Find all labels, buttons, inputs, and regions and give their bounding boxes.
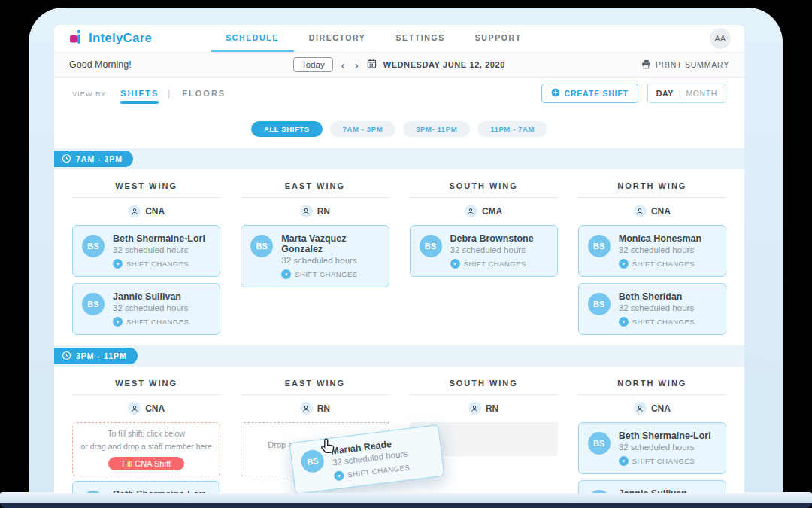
staff-avatar: BS (82, 293, 105, 315)
day-option[interactable]: DAY (656, 89, 674, 98)
chevron-down-icon: ▾ (334, 470, 344, 481)
staff-avatar: BS (588, 293, 611, 315)
shift-changes-toggle[interactable]: ▾SHIFT CHANGES (113, 259, 205, 269)
nav-tab-support[interactable]: SUPPORT (460, 25, 537, 52)
create-shift-button[interactable]: CREATE SHIFT (541, 84, 638, 103)
shift-filters: ALL SHIFTS 7AM - 3PM 3PM- 11PM 11PM - 7A… (54, 109, 744, 148)
view-tab-floors[interactable]: FLOORS (182, 89, 226, 98)
shift-changes-toggle[interactable]: ▾SHIFT CHANGES (619, 456, 711, 466)
nav-tab-directory[interactable]: DIRECTORY (294, 25, 381, 52)
stage: IntelyCare SCHEDULE DIRECTORY SETTINGS S… (0, 0, 812, 508)
month-option[interactable]: MONTH (686, 89, 718, 98)
shift-changes-label: SHIFT CHANGES (464, 260, 526, 268)
wing-column: EAST WINGRNBSMarta Vazquez Gonzalez32 sc… (241, 177, 389, 341)
chevron-down-icon: ▾ (113, 317, 123, 327)
shift-changes-label: SHIFT CHANGES (347, 463, 411, 479)
scheduled-hours: 32 scheduled hours (281, 256, 379, 265)
shift-changes-label: SHIFT CHANGES (632, 260, 695, 268)
fill-shift-button[interactable]: Fill CNA Shift (108, 457, 184, 470)
person-icon (465, 205, 477, 217)
staff-card[interactable]: BSBeth Sheridan32 scheduled hours▾SHIFT … (578, 283, 726, 335)
toolbar-right: CREATE SHIFT DAY | MONTH (541, 84, 727, 103)
role-label: CMA (410, 198, 558, 225)
fill-prompt-line: or drag and drop a staff member here (80, 441, 211, 452)
nav-tab-settings[interactable]: SETTINGS (380, 25, 459, 52)
shift-changes-toggle[interactable]: ▾SHIFT CHANGES (619, 259, 701, 269)
filter-7am-3pm[interactable]: 7AM - 3PM (330, 121, 395, 137)
today-button[interactable]: Today (293, 57, 333, 72)
role-name: CNA (145, 403, 165, 414)
role-label: RN (410, 395, 558, 422)
wing-column: NORTH WINGCNABSMonica Honesman32 schedul… (578, 177, 726, 341)
time-badge: 7AM - 3PM (54, 151, 133, 167)
staff-card[interactable]: BSMonica Honesman32 scheduled hours▾SHIF… (578, 225, 726, 277)
view-tab-shifts[interactable]: SHIFTS (120, 89, 159, 98)
shift-changes-label: SHIFT CHANGES (632, 457, 695, 465)
role-label: RN (241, 395, 389, 422)
print-summary-button[interactable]: PRINT SUMMARY (641, 59, 729, 71)
shift-changes-toggle[interactable]: ▾SHIFT CHANGES (113, 317, 189, 327)
brand-name: IntelyCare (89, 31, 152, 46)
staff-card[interactable]: BSJannie Sullivan32 scheduled hours▾SHIF… (72, 283, 220, 335)
filter-3pm-11pm[interactable]: 3PM- 11PM (403, 121, 470, 137)
shift-changes-toggle[interactable]: ▾SHIFT CHANGES (619, 317, 695, 327)
next-day-icon[interactable]: › (353, 59, 360, 71)
calendar-icon[interactable] (367, 58, 377, 71)
nav-tab-schedule[interactable]: SCHEDULE (211, 25, 294, 52)
user-avatar[interactable]: AA (710, 28, 731, 49)
greeting-text: Good Morning! (69, 59, 132, 70)
staff-card-body: Debra Brownstone32 scheduled hours▾SHIFT… (450, 233, 534, 269)
time-band: 7AM - 3PM (54, 148, 744, 169)
staff-card[interactable]: BSJannie Sullivan32 scheduled hours▾SHIF… (578, 480, 726, 493)
staff-name: Beth Shermaine-Lori (113, 489, 205, 493)
hand-cursor-icon (319, 437, 338, 460)
staff-card[interactable]: BSBeth Shermaine-Lori32 scheduled hours▾… (578, 422, 726, 474)
laptop-base-edge (0, 503, 812, 508)
shift-changes-toggle[interactable]: ▾SHIFT CHANGES (450, 259, 534, 269)
staff-name: Marta Vazquez Gonzalez (281, 233, 379, 254)
person-icon (300, 402, 313, 415)
shift-changes-label: SHIFT CHANGES (126, 318, 189, 326)
staff-name: Jannie Sullivan (113, 291, 189, 302)
plus-circle-icon (551, 88, 560, 99)
role-label: CNA (72, 395, 220, 422)
staff-card[interactable]: BSDebra Brownstone32 scheduled hours▾SHI… (410, 225, 558, 277)
day-month-separator: | (679, 89, 681, 98)
brand-logo[interactable]: IntelyCare (69, 25, 152, 52)
role-name: RN (486, 403, 498, 414)
fill-shift-dropzone[interactable]: To fill shift, click belowor drag and dr… (72, 422, 220, 476)
fill-prompt-line: To fill shift, click below (108, 428, 185, 439)
person-icon (634, 402, 647, 415)
staff-card[interactable]: BSBeth Shermaine-Lori32 scheduled hours▾… (72, 225, 220, 277)
wing-column: WEST WINGCNATo fill shift, click belowor… (72, 374, 220, 493)
staff-card[interactable]: BSBeth Shermaine-Lori32 scheduled hours▾… (72, 481, 220, 493)
role-name: CNA (651, 206, 671, 217)
filter-11pm-7am[interactable]: 11PM - 7AM (477, 121, 547, 137)
filter-all-shifts[interactable]: ALL SHIFTS (251, 121, 323, 137)
create-shift-label: CREATE SHIFT (565, 89, 629, 98)
staff-avatar: BS (250, 235, 273, 257)
staff-card[interactable]: BSMarta Vazquez Gonzalez32 scheduled hou… (241, 225, 389, 287)
print-summary-label: PRINT SUMMARY (656, 60, 729, 69)
person-icon (634, 205, 647, 217)
staff-name: Monica Honesman (619, 233, 701, 244)
intelycare-logo-icon (69, 29, 83, 48)
view-by-label: VIEW BY: (72, 90, 108, 98)
staff-avatar: BS (588, 490, 611, 493)
current-date: WEDNESDAY JUNE 12, 2020 (383, 60, 505, 69)
wing-title: SOUTH WING (410, 177, 558, 197)
date-controls: Today ‹ › WEDNESDAY JUNE 12, 2020 (293, 57, 505, 72)
role-label: CNA (578, 395, 726, 422)
day-month-toggle[interactable]: DAY | MONTH (647, 84, 726, 103)
scheduled-hours: 32 scheduled hours (619, 443, 711, 452)
chevron-down-icon: ▾ (619, 259, 629, 269)
chevron-down-icon: ▾ (450, 259, 460, 269)
shift-changes-toggle[interactable]: ▾SHIFT CHANGES (281, 269, 379, 279)
prev-day-icon[interactable]: ‹ (340, 59, 347, 71)
staff-avatar: BS (82, 235, 105, 257)
wing-column: NORTH WINGCNABSBeth Shermaine-Lori32 sch… (578, 374, 726, 493)
staff-name: Jannie Sullivan (619, 488, 695, 493)
laptop-base (0, 492, 812, 503)
staff-avatar: BS (588, 432, 611, 455)
scheduled-hours: 32 scheduled hours (619, 303, 695, 312)
